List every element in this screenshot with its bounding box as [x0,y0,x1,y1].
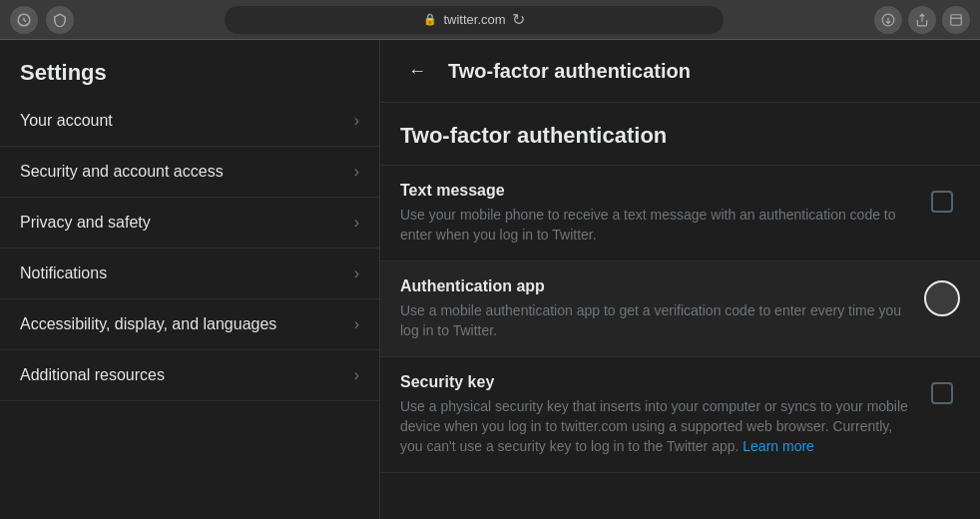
security-key-checkbox-wrapper [924,375,960,411]
sidebar-item-your-account[interactable]: Your account › [0,96,379,147]
auth-app-option: Authentication app Use a mobile authenti… [380,261,980,357]
share-btn[interactable] [908,6,936,34]
chevron-right-icon: › [354,163,359,181]
back-arrow-icon: ← [408,61,426,82]
security-key-desc: Use a physical security key that inserts… [400,397,908,456]
text-message-title: Text message [400,182,908,200]
chevron-right-icon: › [354,264,359,282]
browser-shield-btn[interactable] [46,6,74,34]
security-key-title: Security key [400,373,908,391]
reload-icon[interactable]: ↻ [512,10,525,29]
learn-more-link[interactable]: Learn more [742,438,814,454]
back-button[interactable]: ← [400,54,434,88]
app-container: Settings Your account › Security and acc… [0,40,980,519]
page-title: Two-factor authentication [380,103,980,166]
sidebar-item-accessibility[interactable]: Accessibility, display, and languages › [0,299,379,350]
text-message-checkbox-wrapper [924,184,960,220]
main-content: ← Two-factor authentication Two-factor a… [380,40,980,519]
sidebar-item-label: Additional resources [20,366,165,384]
auth-app-title: Authentication app [400,277,908,295]
sidebar-item-label: Security and account access [20,163,224,181]
text-message-content: Text message Use your mobile phone to re… [400,182,924,245]
browser-actions [874,6,970,34]
browser-chrome: 🔒 twitter.com ↻ [0,0,980,40]
lock-icon: 🔒 [423,13,437,26]
sidebar-item-label: Privacy and safety [20,214,151,232]
text-message-option: Text message Use your mobile phone to re… [380,166,980,261]
auth-app-radio[interactable] [924,280,960,316]
url-text: twitter.com [443,12,505,27]
browser-back-btn[interactable] [10,6,38,34]
download-btn[interactable] [874,6,902,34]
svg-rect-2 [951,14,962,25]
auth-app-radio-wrapper[interactable] [924,279,960,315]
chevron-right-icon: › [354,366,359,384]
sidebar: Settings Your account › Security and acc… [0,40,380,519]
chevron-right-icon: › [354,214,359,232]
tab-btn[interactable] [942,6,970,34]
auth-app-content: Authentication app Use a mobile authenti… [400,277,924,340]
chevron-right-icon: › [354,315,359,333]
sidebar-item-privacy[interactable]: Privacy and safety › [0,198,379,249]
sidebar-item-label: Your account [20,112,113,130]
auth-app-desc: Use a mobile authentication app to get a… [400,301,908,340]
chevron-right-icon: › [354,112,359,130]
sidebar-item-additional[interactable]: Additional resources › [0,350,379,401]
content-header: ← Two-factor authentication [380,40,980,103]
text-message-checkbox[interactable] [931,191,953,213]
sidebar-item-label: Accessibility, display, and languages [20,315,276,333]
sidebar-item-security[interactable]: Security and account access › [0,147,379,198]
security-key-content: Security key Use a physical security key… [400,373,924,456]
content-title: Two-factor authentication [448,60,691,83]
sidebar-item-label: Notifications [20,264,107,282]
url-bar[interactable]: 🔒 twitter.com ↻ [225,6,724,34]
security-key-option: Security key Use a physical security key… [380,357,980,473]
security-key-checkbox[interactable] [931,382,953,404]
sidebar-item-notifications[interactable]: Notifications › [0,249,379,299]
sidebar-title: Settings [0,40,379,96]
text-message-desc: Use your mobile phone to receive a text … [400,206,908,245]
